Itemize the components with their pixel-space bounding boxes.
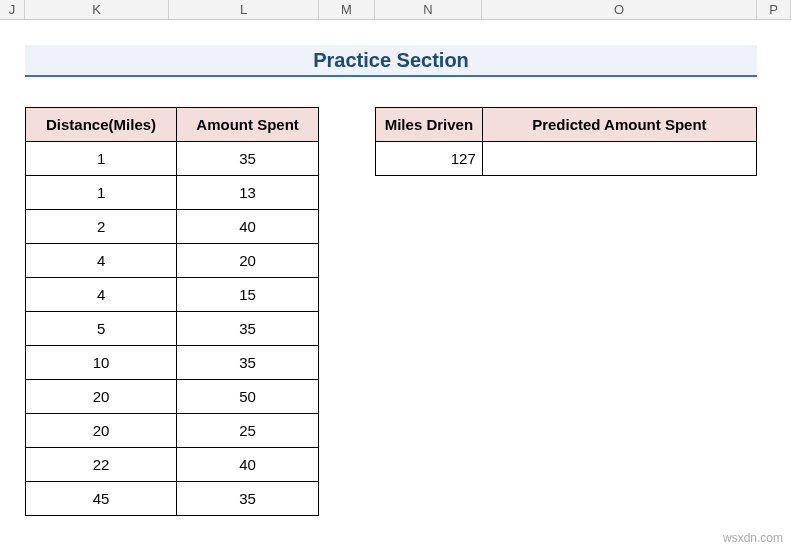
cell-amount[interactable]: 40 [177, 210, 319, 244]
header-amount[interactable]: Amount Spent [177, 108, 319, 142]
tables-layout: Distance(Miles) Amount Spent 135 113 240… [25, 107, 791, 516]
cell-amount[interactable]: 20 [177, 244, 319, 278]
sheet-body: Practice Section Distance(Miles) Amount … [0, 20, 791, 516]
section-title: Practice Section [313, 49, 469, 72]
cell-distance[interactable]: 20 [26, 414, 177, 448]
cell-distance[interactable]: 5 [26, 312, 177, 346]
table-row: 240 [26, 210, 319, 244]
prediction-table: Miles Driven Predicted Amount Spent 127 [375, 107, 757, 176]
distance-amount-table: Distance(Miles) Amount Spent 135 113 240… [25, 107, 319, 516]
table-row: 415 [26, 278, 319, 312]
table-row: 420 [26, 244, 319, 278]
cell-distance[interactable]: 45 [26, 482, 177, 516]
cell-distance[interactable]: 1 [26, 142, 177, 176]
column-header-row: J K L M N O P [0, 0, 791, 20]
section-title-bar: Practice Section [25, 45, 757, 77]
cell-amount[interactable]: 50 [177, 380, 319, 414]
cell-amount[interactable]: 40 [177, 448, 319, 482]
prediction-table-wrap: Miles Driven Predicted Amount Spent 127 [375, 107, 757, 176]
table-header-row: Distance(Miles) Amount Spent [26, 108, 319, 142]
col-header-K[interactable]: K [25, 0, 169, 19]
cell-amount[interactable]: 35 [177, 312, 319, 346]
cell-amount[interactable]: 15 [177, 278, 319, 312]
cell-distance[interactable]: 10 [26, 346, 177, 380]
col-header-O[interactable]: O [482, 0, 757, 19]
table-row: 2050 [26, 380, 319, 414]
watermark: wsxdn.com [723, 531, 783, 545]
cell-distance[interactable]: 20 [26, 380, 177, 414]
cell-amount[interactable]: 35 [177, 142, 319, 176]
col-header-J[interactable]: J [0, 0, 25, 19]
table-header-row: Miles Driven Predicted Amount Spent [376, 108, 757, 142]
cell-distance[interactable]: 2 [26, 210, 177, 244]
cell-predicted-amount[interactable] [482, 142, 756, 176]
cell-distance[interactable]: 4 [26, 244, 177, 278]
table-row: 135 [26, 142, 319, 176]
header-miles-driven[interactable]: Miles Driven [376, 108, 483, 142]
cell-amount[interactable]: 25 [177, 414, 319, 448]
table-row: 4535 [26, 482, 319, 516]
cell-distance[interactable]: 1 [26, 176, 177, 210]
table-row: 127 [376, 142, 757, 176]
table-row: 1035 [26, 346, 319, 380]
table-row: 113 [26, 176, 319, 210]
col-header-P[interactable]: P [757, 0, 791, 19]
cell-amount[interactable]: 35 [177, 482, 319, 516]
header-predicted-amount[interactable]: Predicted Amount Spent [482, 108, 756, 142]
col-header-L[interactable]: L [169, 0, 319, 19]
table-row: 535 [26, 312, 319, 346]
col-header-M[interactable]: M [319, 0, 375, 19]
cell-miles-driven[interactable]: 127 [376, 142, 483, 176]
distance-amount-table-wrap: Distance(Miles) Amount Spent 135 113 240… [25, 107, 319, 516]
cell-amount[interactable]: 35 [177, 346, 319, 380]
col-header-N[interactable]: N [375, 0, 482, 19]
cell-distance[interactable]: 22 [26, 448, 177, 482]
cell-distance[interactable]: 4 [26, 278, 177, 312]
table-row: 2025 [26, 414, 319, 448]
table-row: 2240 [26, 448, 319, 482]
header-distance[interactable]: Distance(Miles) [26, 108, 177, 142]
cell-amount[interactable]: 13 [177, 176, 319, 210]
